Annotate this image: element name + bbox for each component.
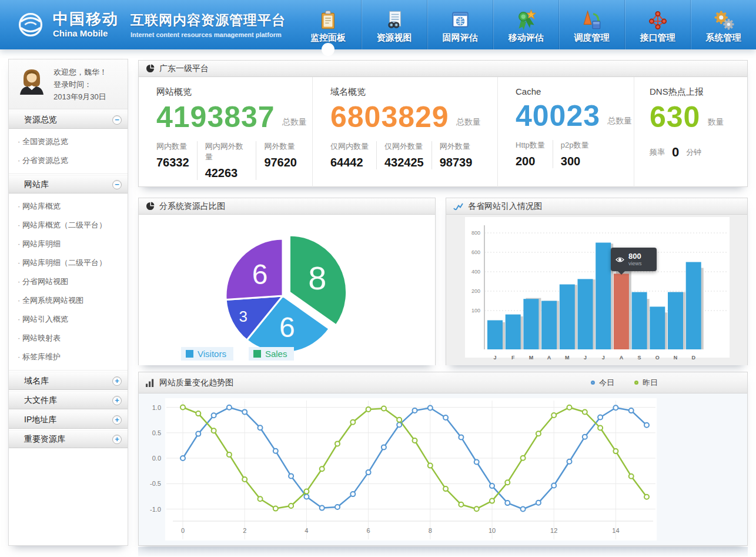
data-point[interactable]	[443, 415, 448, 420]
nav-item-mobile-eval[interactable]: 移动评估	[493, 0, 558, 49]
collapse-icon[interactable]: −	[112, 180, 122, 189]
data-point[interactable]	[397, 418, 402, 422]
sidebar-item[interactable]: 网站引入概览	[9, 310, 128, 329]
data-point[interactable]	[180, 456, 185, 461]
data-point[interactable]	[350, 492, 355, 496]
data-point[interactable]	[583, 410, 587, 415]
data-point[interactable]	[474, 460, 479, 465]
line-chart-svg[interactable]: 024681012141.00.50.0-0.5-1.0	[139, 393, 748, 545]
nav-item-monitor-panel[interactable]: 监控面板	[295, 0, 361, 49]
data-point[interactable]	[490, 483, 494, 488]
data-point[interactable]	[366, 470, 371, 475]
data-point[interactable]	[304, 489, 309, 494]
data-point[interactable]	[459, 502, 463, 507]
sidebar-section-website-lib[interactable]: 网站库−	[9, 175, 128, 194]
bar[interactable]	[596, 243, 611, 350]
data-point[interactable]	[273, 506, 278, 511]
data-point[interactable]	[413, 408, 417, 413]
nav-item-system-mgmt[interactable]: 系统管理	[690, 0, 756, 49]
data-point[interactable]	[242, 409, 247, 414]
legend-item[interactable]: 今日	[591, 378, 614, 388]
sidebar-item[interactable]: 网站库概览	[9, 197, 128, 216]
data-point[interactable]	[505, 501, 510, 505]
data-point[interactable]	[613, 405, 618, 410]
data-point[interactable]	[428, 406, 433, 411]
data-point[interactable]	[505, 480, 510, 485]
data-point[interactable]	[320, 506, 325, 511]
line-chart-area[interactable]: 024681012141.00.50.0-0.5-1.0	[139, 393, 747, 545]
bar[interactable]	[632, 292, 647, 349]
data-point[interactable]	[196, 432, 200, 436]
expand-icon[interactable]: +	[112, 396, 122, 405]
data-point[interactable]	[335, 441, 340, 446]
nav-item-resource-view[interactable]: 资源视图	[361, 0, 427, 49]
data-point[interactable]	[474, 506, 479, 511]
data-point[interactable]	[598, 426, 603, 431]
data-point[interactable]	[521, 507, 526, 512]
expand-icon[interactable]: +	[112, 435, 122, 444]
data-point[interactable]	[459, 435, 463, 439]
sidebar-section-ip-lib[interactable]: IP地址库+	[9, 411, 128, 429]
bar[interactable]	[487, 321, 503, 350]
data-point[interactable]	[567, 405, 572, 410]
data-point[interactable]	[629, 408, 634, 413]
data-point[interactable]	[212, 428, 216, 433]
bar[interactable]	[686, 262, 701, 350]
data-point[interactable]	[366, 407, 371, 412]
data-point[interactable]	[629, 474, 634, 479]
legend-item-sales[interactable]: Sales	[249, 347, 295, 361]
nav-item-interface-mgmt[interactable]: 接口管理	[624, 0, 690, 49]
expand-icon[interactable]: +	[112, 415, 122, 425]
data-point[interactable]	[227, 452, 232, 457]
data-point[interactable]	[273, 449, 278, 453]
data-point[interactable]	[598, 415, 603, 420]
sidebar-item[interactable]: 网站库明细	[9, 235, 128, 254]
bar[interactable]	[578, 279, 593, 349]
data-point[interactable]	[350, 420, 355, 425]
data-point[interactable]	[443, 486, 448, 491]
bar[interactable]	[560, 285, 575, 350]
data-point[interactable]	[583, 435, 587, 439]
sidebar-item[interactable]: 分省资源总览	[9, 151, 128, 170]
collapse-icon[interactable]: −	[112, 115, 122, 125]
bar[interactable]	[506, 315, 521, 349]
data-point[interactable]	[551, 483, 556, 488]
bar[interactable]	[541, 301, 557, 350]
data-point[interactable]	[644, 423, 649, 428]
bar-chart-area[interactable]: 100200400600800JFMAMJJASOND800views	[446, 215, 747, 365]
pie-chart-area[interactable]: 8636VisitorsSales	[139, 215, 435, 365]
data-point[interactable]	[227, 405, 232, 410]
bar[interactable]	[523, 299, 538, 349]
data-point[interactable]	[551, 413, 556, 418]
sidebar-item[interactable]: 分省网站视图	[9, 272, 128, 291]
bar[interactable]	[650, 306, 665, 349]
data-point[interactable]	[536, 431, 541, 436]
legend-item[interactable]: 昨日	[634, 378, 658, 388]
data-point[interactable]	[521, 456, 526, 461]
bar[interactable]	[668, 292, 683, 349]
data-point[interactable]	[490, 499, 494, 503]
data-point[interactable]	[180, 405, 185, 410]
data-point[interactable]	[258, 496, 263, 501]
data-point[interactable]	[382, 406, 386, 411]
sidebar-section-resource-overview[interactable]: 资源总览−	[9, 111, 128, 129]
nav-item-fixed-net-eval[interactable]: 固网评估	[427, 0, 493, 49]
data-point[interactable]	[536, 501, 541, 505]
sidebar-section-important-lib[interactable]: 重要资源库+	[9, 430, 128, 448]
expand-icon[interactable]: +	[112, 376, 122, 386]
data-point[interactable]	[196, 411, 200, 416]
data-point[interactable]	[567, 459, 572, 464]
pie-chart-svg[interactable]: 8636	[139, 215, 436, 365]
sidebar-item[interactable]: 全网系统网站视图	[9, 291, 128, 310]
sidebar-item[interactable]: 标签库维护	[9, 348, 128, 366]
data-point[interactable]	[212, 413, 216, 418]
data-point[interactable]	[413, 438, 417, 443]
data-point[interactable]	[644, 495, 649, 499]
data-point[interactable]	[428, 463, 433, 468]
sidebar-section-bigfile-lib[interactable]: 大文件库+	[9, 391, 128, 409]
bar-chart-svg[interactable]: 100200400600800JFMAMJJASOND	[446, 215, 748, 365]
data-point[interactable]	[289, 503, 293, 508]
legend-item-visitors[interactable]: Visitors	[181, 347, 233, 361]
nav-item-dispatch-mgmt[interactable]: 调度管理	[558, 0, 624, 49]
bar[interactable]	[614, 274, 629, 349]
